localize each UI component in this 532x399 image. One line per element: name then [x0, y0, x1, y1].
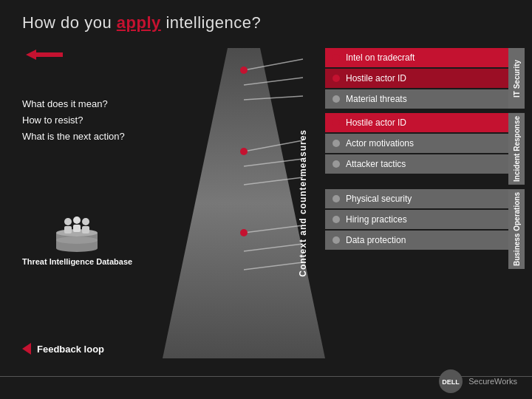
item-label: Physical security [346, 194, 412, 204]
it-security-group-label: IT Security [508, 48, 525, 109]
item-dot [332, 236, 340, 244]
item-dot [332, 140, 340, 147]
item-dot [332, 75, 340, 82]
item-hostile-actor-id-2: Hostile actor ID [325, 113, 508, 132]
item-hostile-actor-id-1: Hostile actor ID [325, 69, 508, 88]
svg-point-7 [73, 216, 81, 224]
slide: How do you apply intelligence? What does… [0, 0, 532, 399]
svg-rect-6 [64, 226, 72, 233]
left-line1: What does it mean? [22, 96, 125, 112]
item-label: Actor motivations [346, 138, 414, 149]
incident-response-group-label: Incident Response [508, 113, 525, 185]
it-security-items: Intel on tradecraft Hostile actor ID Mat… [325, 48, 508, 109]
item-label: Attacker tactics [346, 159, 406, 169]
feedback-loop: Feedback loop [22, 343, 104, 355]
slide-title: How do you apply intelligence? [22, 13, 261, 33]
svg-point-9 [82, 218, 89, 225]
item-hiring-practices: Hiring practices [325, 210, 508, 229]
logo-area: DELL SecureWorks [439, 369, 517, 393]
it-security-group: Intel on tradecraft Hostile actor ID Mat… [325, 48, 525, 109]
context-label: Context and countermeasures [298, 129, 308, 277]
svg-point-4 [56, 236, 98, 244]
left-line3: What is the next action? [22, 129, 125, 145]
feedback-arrow-icon [22, 343, 31, 355]
item-dot [332, 195, 340, 202]
svg-rect-10 [82, 226, 89, 233]
title-highlight: apply [117, 13, 161, 32]
business-operations-items: Physical security Hiring practices Data … [325, 189, 508, 269]
top-arrow-icon [26, 48, 63, 61]
item-attacker-tactics: Attacker tactics [325, 154, 508, 174]
context-label-container: Context and countermeasures [288, 48, 318, 358]
item-label: Hiring practices [346, 214, 407, 225]
incident-response-items: Hostile actor ID Actor motivations Attac… [325, 113, 508, 185]
item-label: Hostile actor ID [346, 73, 406, 83]
people-icon [53, 214, 101, 253]
svg-text:DELL: DELL [442, 378, 460, 386]
incident-response-group: Hostile actor ID Actor motivations Attac… [325, 113, 525, 185]
svg-marker-0 [26, 50, 63, 60]
item-data-protection: Data protection [325, 231, 508, 250]
left-line2: How to resist? [22, 112, 125, 129]
item-dot [332, 216, 340, 223]
threat-intelligence-database: Threat Intelligence Database [22, 214, 132, 266]
item-dot [332, 160, 340, 168]
left-description: What does it mean? How to resist? What i… [22, 96, 125, 145]
item-actor-motivations: Actor motivations [325, 134, 508, 153]
item-label: Data protection [346, 235, 406, 245]
dell-logo: DELL [439, 369, 463, 393]
feedback-loop-label: Feedback loop [37, 344, 104, 355]
secureworks-logo: SecureWorks [468, 377, 517, 386]
title-prefix: How do you [22, 13, 117, 32]
svg-rect-8 [73, 225, 81, 232]
item-label: Hostile actor ID [346, 117, 406, 128]
svg-point-5 [64, 218, 72, 225]
title-suffix: intelligence? [161, 13, 261, 32]
item-physical-security: Physical security [325, 189, 508, 208]
right-groups: Intel on tradecraft Hostile actor ID Mat… [325, 48, 525, 269]
item-dot [332, 54, 340, 61]
business-operations-group-label: Business Operations [508, 189, 525, 269]
item-dot [332, 119, 340, 126]
item-intel-tradecraft: Intel on tradecraft [325, 48, 508, 67]
business-operations-group: Physical security Hiring practices Data … [325, 189, 525, 269]
threat-db-label: Threat Intelligence Database [22, 257, 132, 266]
item-label: Intel on tradecraft [346, 52, 415, 63]
item-dot [332, 95, 340, 103]
item-label: Material threats [346, 94, 407, 104]
item-material-threats: Material threats [325, 89, 508, 109]
